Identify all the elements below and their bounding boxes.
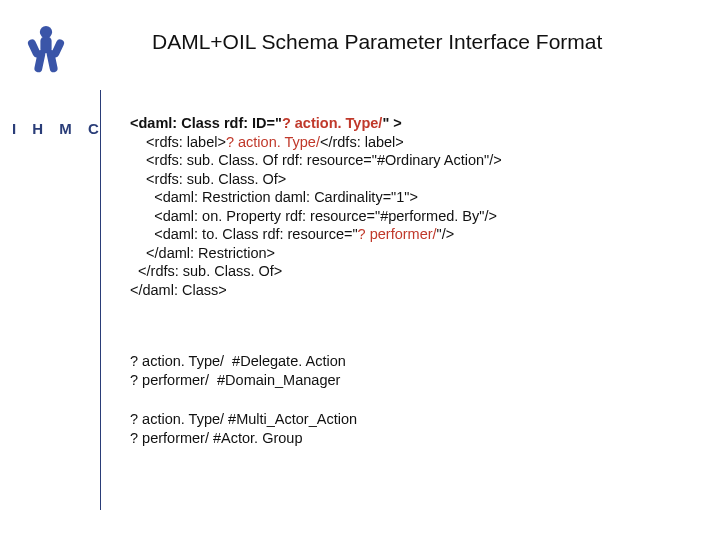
code-l9: </rdfs: sub. Class. Of> — [130, 263, 282, 279]
code-l6: <daml: on. Property rdf: resource="#perf… — [130, 208, 497, 224]
code-l4: <rdfs: sub. Class. Of> — [130, 171, 286, 187]
vertical-divider — [100, 90, 101, 510]
code-l2b-param: ? action. Type/ — [226, 134, 320, 150]
code-l5: <daml: Restriction daml: Cardinality="1"… — [130, 189, 418, 205]
example-bindings-1: ? action. Type/ #Delegate. Action ? perf… — [130, 352, 346, 390]
footer1-l2: ? performer/ #Domain_Manager — [130, 372, 340, 388]
code-l2c: </rdfs: label> — [320, 134, 404, 150]
footer2-l1: ? action. Type/ #Multi_Actor_Action — [130, 411, 357, 427]
footer1-l1: ? action. Type/ #Delegate. Action — [130, 353, 346, 369]
slide-title: DAML+OIL Schema Parameter Interface Form… — [152, 30, 602, 54]
svg-point-0 — [40, 26, 52, 38]
brand-label: I H M C — [12, 120, 105, 137]
daml-code-block: <daml: Class rdf: ID="? action. Type/" >… — [130, 114, 502, 299]
code-l1a: <daml: Class rdf: ID=" — [130, 115, 282, 131]
example-bindings-2: ? action. Type/ #Multi_Actor_Action ? pe… — [130, 410, 357, 448]
code-l7a: <daml: to. Class rdf: resource=" — [130, 226, 358, 242]
ihmc-logo-icon — [18, 22, 74, 78]
code-l7b-param: ? performer/ — [358, 226, 437, 242]
code-l7c: "/> — [437, 226, 455, 242]
code-l2a: <rdfs: label> — [130, 134, 226, 150]
code-l8: </daml: Restriction> — [130, 245, 275, 261]
footer2-l2: ? performer/ #Actor. Group — [130, 430, 302, 446]
code-l10: </daml: Class> — [130, 282, 227, 298]
code-l1b-param: ? action. Type/ — [282, 115, 382, 131]
code-l3: <rdfs: sub. Class. Of rdf: resource="#Or… — [130, 152, 502, 168]
code-l1c: " > — [382, 115, 401, 131]
